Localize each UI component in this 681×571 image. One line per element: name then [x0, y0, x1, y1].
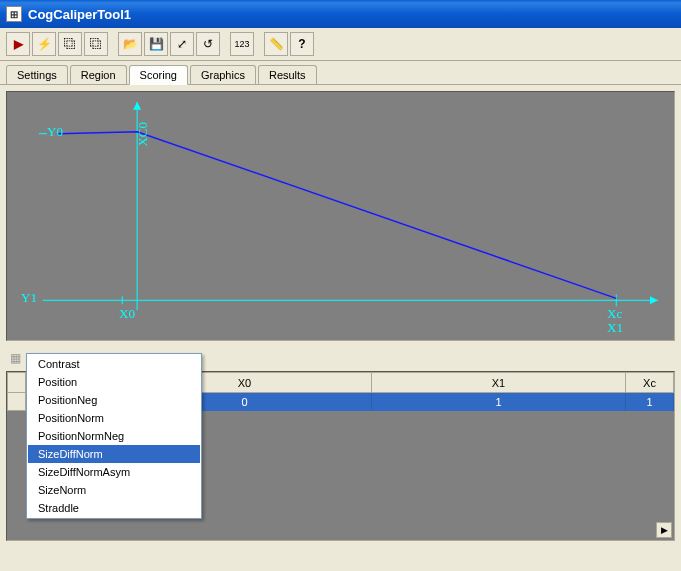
reset-button[interactable]: ↺: [196, 32, 220, 56]
graph-svg: [7, 92, 674, 340]
cell-x1[interactable]: 1: [372, 393, 626, 411]
row-selector[interactable]: [8, 393, 26, 411]
open-button[interactable]: 📂: [118, 32, 142, 56]
scoring-graph: Y0 Y1 X0 XC0 Xc X1: [6, 91, 675, 341]
copy2-button[interactable]: ⿻: [84, 32, 108, 56]
tab-graphics[interactable]: Graphics: [190, 65, 256, 85]
menu-item-sizediffnorm[interactable]: SizeDiffNorm: [28, 445, 200, 463]
fit-button[interactable]: ⤢: [170, 32, 194, 56]
tab-settings[interactable]: Settings: [6, 65, 68, 85]
label-xc0: XC0: [135, 122, 151, 147]
tab-results[interactable]: Results: [258, 65, 317, 85]
help-button[interactable]: ?: [290, 32, 314, 56]
electric-button[interactable]: ⚡: [32, 32, 56, 56]
scoring-function-menu[interactable]: Contrast Position PositionNeg PositionNo…: [26, 353, 202, 519]
titlebar[interactable]: ⊞ CogCaliperTool1: [0, 0, 681, 28]
label-x1: X1: [607, 320, 623, 336]
cell-xc[interactable]: 1: [626, 393, 674, 411]
label-x0: X0: [119, 306, 135, 322]
run-button[interactable]: ▶: [6, 32, 30, 56]
tab-strip: Settings Region Scoring Graphics Results: [0, 61, 681, 85]
main-toolbar: ▶ ⚡ ⿻ ⿻ 📂 💾 ⤢ ↺ 123 📏 ?: [0, 28, 681, 61]
add-row-icon[interactable]: ▦: [6, 349, 24, 367]
scroll-right-button[interactable]: ▶: [656, 522, 672, 538]
label-y1: Y1: [21, 290, 37, 306]
menu-item-positionneg[interactable]: PositionNeg: [28, 391, 200, 409]
numeric-button[interactable]: 123: [230, 32, 254, 56]
save-button[interactable]: 💾: [144, 32, 168, 56]
menu-item-sizediffnormasym[interactable]: SizeDiffNormAsym: [28, 463, 200, 481]
col-x1[interactable]: X1: [372, 373, 626, 393]
window-title: CogCaliperTool1: [28, 7, 131, 22]
tab-region[interactable]: Region: [70, 65, 127, 85]
svg-marker-1: [650, 296, 658, 304]
menu-item-contrast[interactable]: Contrast: [28, 355, 200, 373]
menu-item-positionnorm[interactable]: PositionNorm: [28, 409, 200, 427]
menu-item-straddle[interactable]: Straddle: [28, 499, 200, 517]
svg-marker-3: [133, 102, 141, 110]
menu-item-positionnormneg[interactable]: PositionNormNeg: [28, 427, 200, 445]
measure-button[interactable]: 📏: [264, 32, 288, 56]
col-xc[interactable]: Xc: [626, 373, 674, 393]
row-header-blank: [8, 373, 26, 393]
label-y0: Y0: [47, 124, 63, 140]
menu-item-sizenorm[interactable]: SizeNorm: [28, 481, 200, 499]
copy1-button[interactable]: ⿻: [58, 32, 82, 56]
tab-scoring[interactable]: Scoring: [129, 65, 188, 85]
app-icon: ⊞: [6, 6, 22, 22]
menu-item-position[interactable]: Position: [28, 373, 200, 391]
